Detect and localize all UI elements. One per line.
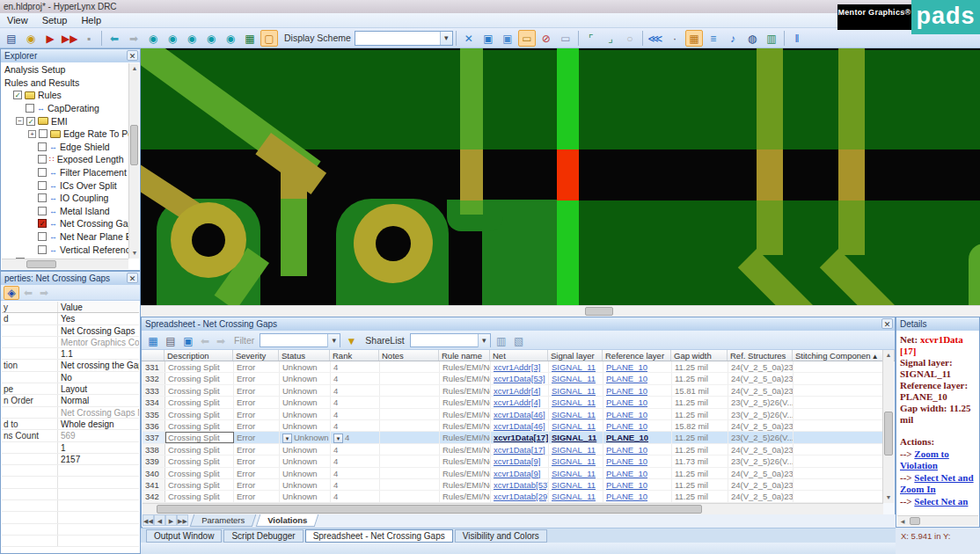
find-icon[interactable]: ◉ [22,30,40,47]
last-sheet-icon[interactable]: ▶▶ [177,514,188,526]
property-row[interactable]: dYes [2,313,139,324]
checkbox-icon[interactable] [38,155,47,164]
signal-layer-link[interactable]: SIGNAL_11 [552,445,596,455]
row-number[interactable]: 333 [143,385,165,396]
grid-view-icon[interactable]: ▦ [685,30,703,47]
property-row[interactable]: tionNet crossing the Gap... [2,360,139,371]
scrollbar-thumb[interactable] [130,125,138,165]
row-number[interactable]: 335 [143,409,165,419]
cell-rank[interactable]: 4 [331,456,380,466]
checkbox-icon[interactable] [39,129,48,138]
canvas-horizontal-scrollbar[interactable] [141,305,980,317]
cell-rank[interactable]: 4 [331,420,380,431]
cell-severity[interactable]: Error [234,373,280,383]
signal-layer-link[interactable]: SIGNAL_11 [552,410,596,419]
violation-row[interactable]: 339Crossing SplitErrorUnknown4Rules/EMI/… [143,456,883,467]
violation-row[interactable]: 341Crossing SplitErrorUnknown4Rules/EMI/… [143,479,883,491]
tree-item[interactable]: ↔Vertical Reference Plan [2,243,128,256]
reference-layer-link[interactable]: PLANE_10 [606,469,647,478]
tree-item[interactable]: ∷Exposed Length [2,153,128,166]
cell-severity[interactable]: Error [234,409,280,419]
violation-row[interactable]: 331Crossing SplitErrorUnknown4Rules/EMI/… [143,361,883,373]
scroll-down-icon[interactable]: ▼ [883,492,894,503]
tree-item[interactable]: ↔Metal Island [2,205,128,218]
cell-rank[interactable]: 4 [331,491,380,501]
reference-layer-link[interactable]: PLANE_10 [606,445,647,455]
cell-status[interactable]: Unknown [280,397,331,407]
violation-row[interactable]: 340Crossing SplitErrorUnknown4Rules/EMI/… [143,468,883,479]
explorer-vertical-scrollbar[interactable]: ▲ ▼ [128,63,139,259]
fit-selection-icon[interactable]: ⋘ [647,30,664,47]
run-all-icon[interactable]: ▶▶ [61,30,78,47]
checkbox-icon[interactable]: ✓ [26,117,35,126]
checkbox-icon[interactable]: ✓ [38,219,47,228]
row-number[interactable]: 341 [143,479,165,490]
tree-item[interactable]: ↔CapDerating [2,102,128,115]
property-row[interactable]: d toWhole design [2,419,139,430]
violation-row[interactable]: 342Crossing SplitErrorUnknown4Rules/EMI/… [143,491,883,502]
forward-icon[interactable]: ➡ [214,332,228,347]
signal-layer-link[interactable]: SIGNAL_11 [552,469,596,478]
tree-item[interactable]: Rules and Results [2,77,128,90]
scroll-down-icon[interactable]: ▼ [129,248,140,259]
cell-notes[interactable] [380,456,440,466]
no-probe-icon[interactable]: ⊘ [538,30,555,47]
net-link[interactable]: xcvr1Addr[4] [494,386,540,396]
filter-funnel-icon[interactable]: ▼ [343,332,359,347]
cell-notes[interactable] [380,491,440,501]
run-icon[interactable]: ▶ [41,30,59,47]
dropdown-icon[interactable]: ▾ [282,434,292,442]
net-link[interactable]: xcvr1Data[9] [494,469,540,478]
pcb-layout-canvas[interactable] [141,48,980,305]
cell-description[interactable]: Crossing Split [165,432,234,442]
row-number[interactable]: 332 [143,373,165,383]
row-number[interactable]: 338 [143,444,165,455]
back-icon[interactable]: ⬅ [106,30,123,47]
window-tab-visibility-and-colors[interactable]: Visibility and Colors [455,529,547,543]
checkbox-icon[interactable] [38,168,47,177]
cell-status[interactable]: Unknown [280,444,331,455]
reference-layer-link[interactable]: PLANE_10 [606,410,647,419]
cell-status[interactable]: Unknown [280,479,331,490]
checkbox-icon[interactable]: ✓ [13,91,22,99]
scrollbar-thumb[interactable] [910,517,920,525]
save-icon[interactable]: ▤ [3,30,20,47]
menu-help[interactable]: Help [74,13,108,28]
reference-layer-link[interactable]: PLANE_10 [606,421,647,431]
cell-severity[interactable]: Error [234,456,280,466]
row-number[interactable]: 331 [143,361,165,372]
violation-row[interactable]: 337Crossing SplitError▾Unknown▾4Rules/EM… [143,432,883,443]
violation-row[interactable]: 338Crossing SplitErrorUnknown4Rules/EMI/… [143,444,883,456]
row-number[interactable]: 334 [143,397,165,407]
signal-layer-link[interactable]: SIGNAL_11 [552,433,596,442]
net-link[interactable]: xcvr1Data[46] [494,410,545,419]
tree-item[interactable]: Analysis Setup [2,63,128,77]
reference-layer-link[interactable]: PLANE_10 [606,386,647,396]
cell-status[interactable]: Unknown [280,456,331,466]
net-link[interactable]: xcvr1Data[9] [494,456,540,466]
row-number[interactable]: 340 [143,468,165,478]
cell-status[interactable]: Unknown [280,491,331,501]
signal-layer-link[interactable]: SIGNAL_11 [552,456,596,466]
signal-layer-link[interactable]: SIGNAL_11 [552,480,596,490]
net-link[interactable]: xcvr1Data[46] [494,421,545,431]
menu-view[interactable]: View [0,13,35,28]
column-header-net[interactable]: Net [490,350,548,361]
table-properties-icon[interactable]: ▧ [511,332,527,347]
cell-description[interactable]: Crossing Split [165,444,234,455]
window-tab-spreadsheet-net-crossing-gaps[interactable]: Spreadsheet - Net Crossing Gaps [305,529,453,543]
property-row[interactable]: Mentor Graphics Corp. [2,337,139,348]
zoom-area-icon[interactable]: ◉ [183,30,201,47]
column-header-status[interactable]: Status [279,350,330,361]
cell-rank[interactable]: ▾4 [331,432,380,442]
checkbox-icon[interactable] [38,245,47,254]
reference-layer-link[interactable]: PLANE_10 [606,456,647,466]
first-sheet-icon[interactable]: ◀◀ [143,514,154,526]
action-link[interactable]: Select Net an [914,496,968,507]
column-header-signal-layer[interactable]: Signal layer [548,350,603,361]
cell-description[interactable]: Crossing Split [165,385,234,396]
cell-rank[interactable]: 4 [331,479,380,490]
tree-item[interactable]: ↔ICs Over Split [2,179,128,192]
violation-row[interactable]: 334Crossing SplitErrorUnknown4Rules/EMI/… [143,397,883,408]
cell-status[interactable]: Unknown [280,468,331,478]
